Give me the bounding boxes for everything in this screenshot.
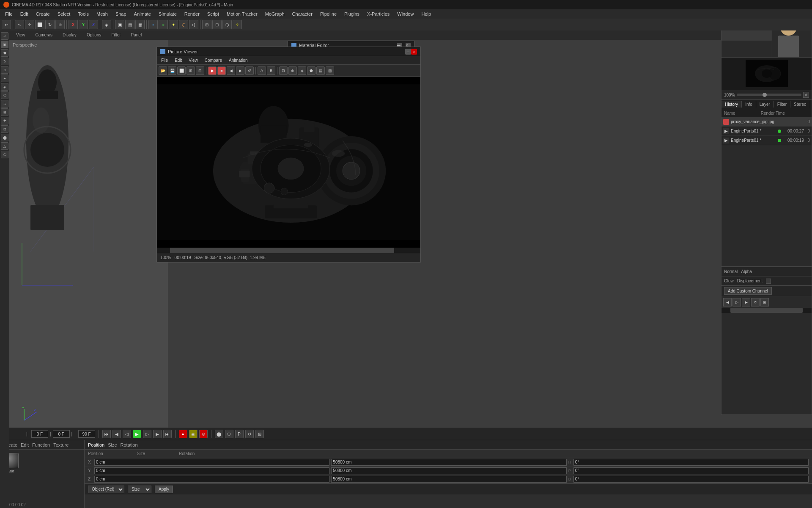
menu-plugins[interactable]: Plugins	[341, 11, 363, 17]
axis-z-btn[interactable]: Z	[89, 20, 98, 29]
mat-tab-function[interactable]: Function	[32, 442, 50, 447]
menu-edit[interactable]: Edit	[17, 11, 32, 17]
tool-7[interactable]: ◈	[1, 83, 8, 91]
pv-tool-misc6[interactable]: ▧	[326, 66, 334, 75]
pv-next-btn[interactable]: ▶	[236, 66, 244, 75]
pv-menu-compare[interactable]: Compare	[202, 58, 225, 63]
axis-y-btn[interactable]: Y	[79, 20, 88, 29]
rp-subtab-history[interactable]: History	[721, 101, 742, 108]
tool-12[interactable]: ⊡	[1, 125, 8, 133]
tab-view[interactable]: View	[13, 32, 29, 39]
add-custom-channel-btn[interactable]: Add Custom Channel	[724, 287, 772, 295]
pv-minimize-btn[interactable]: ─	[405, 49, 411, 55]
rotate-btn[interactable]: ↻	[45, 20, 55, 29]
btn-next-key[interactable]: ▷	[143, 430, 151, 438]
btn-play[interactable]: ▶	[133, 430, 141, 438]
deform-btn[interactable]: ⟨⟩	[189, 20, 198, 29]
transform-btn[interactable]: ⊕	[55, 20, 65, 29]
qsim-btn[interactable]: ⬡	[222, 20, 232, 29]
frame-input[interactable]	[31, 430, 48, 438]
tool-8[interactable]: ⬡	[1, 91, 8, 99]
tab-display[interactable]: Display	[59, 32, 80, 39]
pv-hscroll-thumb[interactable]	[170, 248, 394, 253]
menu-motion-tracker[interactable]: Motion Tracker	[223, 11, 261, 17]
pv-open-btn[interactable]: 📂	[159, 66, 167, 75]
btn-to-end[interactable]: ⏭	[163, 430, 172, 438]
menu-mesh[interactable]: Mesh	[93, 11, 111, 17]
scale-btn[interactable]: ⬜	[35, 20, 44, 29]
rp-subtab-layer[interactable]: Layer	[756, 101, 774, 108]
grid-btn[interactable]: ⊞	[202, 20, 211, 29]
tab-cameras[interactable]: Cameras	[32, 32, 56, 39]
menu-script[interactable]: Script	[204, 11, 222, 17]
rp-btn-5[interactable]: ⊞	[760, 298, 769, 306]
pv-tool-misc5[interactable]: ▤	[316, 66, 325, 75]
coord-input-x-rot[interactable]	[573, 459, 809, 466]
select-btn[interactable]: ↖	[15, 20, 24, 29]
end-frame-input[interactable]	[78, 430, 95, 438]
cube-btn[interactable]: ▪	[148, 20, 158, 29]
tool-5[interactable]: ⊕	[1, 66, 8, 74]
btn-prev-key[interactable]: ◁	[123, 430, 131, 438]
pv-play-btn[interactable]: ▶	[208, 66, 217, 75]
coord-input-x-size[interactable]	[331, 459, 566, 466]
tool-13[interactable]: ⬤	[1, 134, 8, 141]
channel-alpha-toggle[interactable]	[766, 279, 771, 284]
tool-15[interactable]: ⬡	[1, 151, 8, 158]
tool-2[interactable]: ▣	[1, 41, 8, 48]
coord-input-z-size[interactable]	[331, 476, 566, 483]
fps-input[interactable]	[53, 430, 70, 438]
tool-9[interactable]: S	[1, 100, 8, 108]
pv-hscroll[interactable]	[157, 248, 420, 253]
pv-menu-edit[interactable]: Edit	[172, 58, 184, 63]
attr-dropdown-object[interactable]: Object (Rel) Object (Abs) World	[88, 486, 124, 493]
coord-input-y-pos[interactable]	[94, 467, 329, 474]
rp-btn-1[interactable]: ◀	[723, 298, 732, 306]
btn-auto-key[interactable]: ⬤	[215, 430, 223, 438]
render-btn[interactable]: ▤	[125, 20, 134, 29]
menu-help[interactable]: Help	[418, 11, 434, 17]
btn-timeline2[interactable]: P	[235, 430, 244, 438]
pv-menu-animation[interactable]: Animation	[226, 58, 250, 63]
pv-toolA[interactable]: A	[258, 66, 266, 75]
rp-zoom-slider[interactable]	[737, 94, 801, 96]
pv-tool-misc1[interactable]: ⊡	[279, 66, 288, 75]
attr-dropdown-size[interactable]: Size Scale	[128, 486, 151, 493]
tab-panel[interactable]: Panel	[128, 32, 145, 39]
history-expand-3[interactable]: ▶	[723, 138, 729, 144]
coord-input-y-rot[interactable]	[573, 467, 809, 474]
menu-animate[interactable]: Animate	[131, 11, 154, 17]
menu-simulate[interactable]: Simulate	[155, 11, 180, 17]
rp-btn-4[interactable]: ↺	[751, 298, 760, 306]
btn-step-back[interactable]: ◀	[112, 430, 121, 438]
axis-x-btn[interactable]: X	[69, 20, 78, 29]
history-row-2[interactable]: ▶ EngineParts01 * 00:00:27 0	[721, 127, 812, 136]
rp-subtab-filter[interactable]: Filter	[774, 101, 790, 108]
mat-tab-texture[interactable]: Texture	[53, 442, 69, 447]
apply-btn[interactable]: Apply	[155, 486, 173, 493]
tool-3[interactable]: ⬟	[1, 49, 8, 57]
rp-btn-2[interactable]: ▷	[732, 298, 741, 306]
pv-tool-misc4[interactable]: ⬟	[307, 66, 315, 75]
tool-4[interactable]: ↻	[1, 58, 8, 65]
history-row-1[interactable]: proxy_variance_jpg.jpg 0	[721, 117, 812, 127]
light-btn[interactable]: ✦	[169, 20, 178, 29]
menu-tools[interactable]: Tools	[74, 11, 92, 17]
menu-character[interactable]: Character	[289, 11, 316, 17]
attr-tab-rotation[interactable]: Rotation	[121, 442, 138, 447]
menu-xparticles[interactable]: X-Particles	[364, 11, 393, 17]
coord-input-z-rot[interactable]	[573, 476, 809, 483]
coord-input-z-pos[interactable]	[94, 476, 329, 483]
coord-input-x-pos[interactable]	[94, 459, 329, 466]
tool-14[interactable]: △	[1, 142, 8, 150]
attr-tab-position[interactable]: Position	[88, 442, 104, 447]
btn-step-fwd[interactable]: ▶	[153, 430, 162, 438]
rp-hscroll[interactable]	[721, 308, 812, 313]
tab-options[interactable]: Options	[83, 32, 104, 39]
pv-close-btn[interactable]: ×	[411, 49, 417, 55]
lamp-btn[interactable]: ✧	[233, 20, 242, 29]
pv-menu-file[interactable]: File	[159, 58, 170, 63]
pv-tool3[interactable]: ⬜	[177, 66, 186, 75]
history-expand-2[interactable]: ▶	[723, 128, 729, 134]
pv-toolB[interactable]: B	[267, 66, 275, 75]
